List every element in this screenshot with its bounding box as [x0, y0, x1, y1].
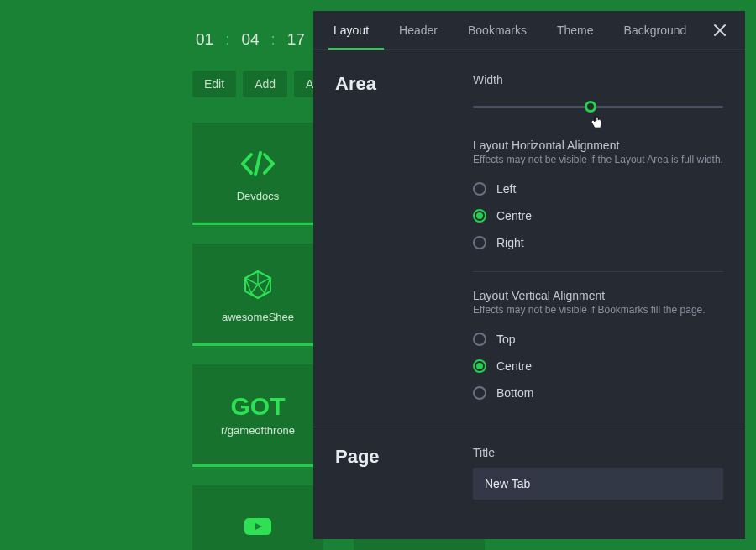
- close-icon: [713, 24, 727, 37]
- halign-group: Left Centre Right: [473, 175, 723, 256]
- slider-track: [473, 106, 723, 108]
- page-title-input[interactable]: [473, 468, 723, 500]
- section-area: Area Width Layout Horizontal Alignment E…: [335, 73, 723, 411]
- valign-group: Top Centre Bottom: [473, 326, 723, 406]
- halign-label: Layout Horizontal Alignment: [473, 139, 723, 152]
- clock-sep: :: [225, 30, 229, 49]
- width-label: Width: [473, 73, 723, 86]
- radio-ring-icon: [473, 236, 486, 249]
- cursor-icon: [591, 115, 602, 128]
- edit-button[interactable]: Edit: [192, 71, 236, 97]
- radio-halign-left[interactable]: Left: [473, 175, 723, 202]
- bookmark-label: Devdocs: [237, 190, 280, 202]
- radio-valign-top[interactable]: Top: [473, 326, 723, 353]
- bookmark-big-text: GOT: [231, 392, 286, 421]
- radio-valign-centre[interactable]: Centre: [473, 353, 723, 380]
- tab-theme[interactable]: Theme: [542, 11, 609, 49]
- radio-ring-icon: [473, 386, 486, 400]
- radio-ring-icon: [473, 359, 486, 373]
- tab-background[interactable]: Background: [609, 11, 702, 49]
- bookmark-label: awesomeShee: [222, 311, 294, 323]
- settings-body: Area Width Layout Horizontal Alignment E…: [313, 50, 745, 539]
- tab-header[interactable]: Header: [384, 11, 453, 49]
- radio-ring-icon: [473, 333, 486, 346]
- radio-ring-icon: [473, 182, 486, 196]
- section-page: Page Title: [335, 446, 723, 500]
- clock-seconds: 17: [287, 30, 305, 49]
- bookmark-tile-devdocs[interactable]: Devdocs: [192, 123, 323, 222]
- settings-tabs: Layout Header Bookmarks Theme Background: [313, 11, 745, 50]
- d20-icon: [243, 264, 273, 306]
- radio-halign-centre[interactable]: Centre: [473, 202, 723, 229]
- clock-sep: :: [271, 30, 276, 49]
- section-title-page: Page: [335, 446, 473, 500]
- radio-valign-bottom[interactable]: Bottom: [473, 380, 723, 406]
- close-button[interactable]: [710, 20, 730, 40]
- width-slider[interactable]: [473, 100, 723, 115]
- section-title-area: Area: [335, 73, 473, 411]
- bookmark-tile-youtube[interactable]: Youtube: [192, 485, 323, 550]
- divider: [473, 271, 723, 272]
- radio-halign-right[interactable]: Right: [473, 229, 723, 256]
- bookmark-tile-awesomesheet[interactable]: awesomeShee: [192, 244, 323, 343]
- section-divider: [313, 427, 745, 427]
- slider-thumb[interactable]: [585, 101, 596, 113]
- title-label: Title: [473, 446, 723, 459]
- tab-bookmarks[interactable]: Bookmarks: [453, 11, 542, 49]
- radio-ring-icon: [473, 209, 486, 223]
- clock-hours: 01: [196, 30, 213, 49]
- code-icon: [241, 143, 275, 185]
- valign-help: Effects may not be visible if Bookmarks …: [473, 304, 723, 316]
- halign-help: Effects may not be visible if the Layout…: [473, 154, 723, 165]
- bookmark-tile-got[interactable]: GOT r/gameofthrone: [192, 364, 323, 464]
- tab-layout[interactable]: Layout: [328, 11, 384, 49]
- bookmark-subtext: r/gameofthrone: [221, 424, 295, 437]
- youtube-icon: [241, 505, 275, 547]
- settings-panel: Layout Header Bookmarks Theme Background…: [313, 11, 745, 539]
- valign-label: Layout Vertical Alignment: [473, 289, 723, 302]
- add-button[interactable]: Add: [243, 71, 287, 97]
- clock-minutes: 04: [241, 30, 259, 49]
